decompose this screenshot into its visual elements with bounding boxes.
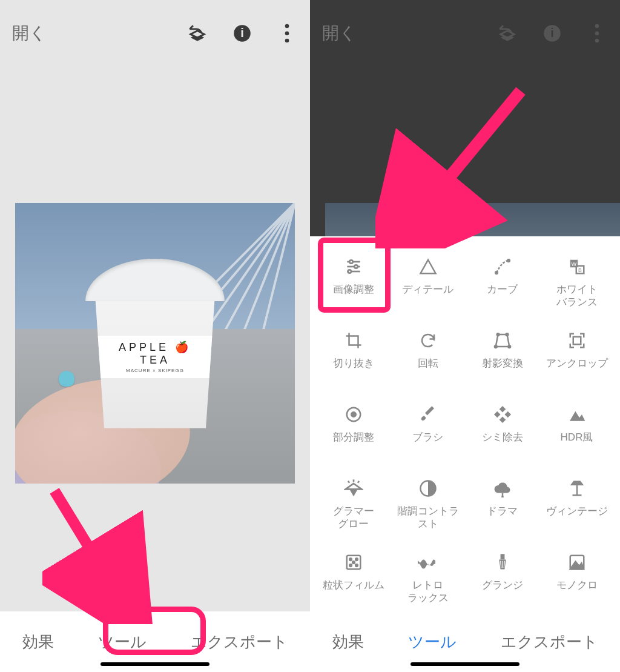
svg-point-55 [501, 496, 504, 497]
right-screen: 開く i 画像調整 ディテール カーブ WBホワイトバランス 切り抜き 回転 射… [310, 0, 620, 672]
home-indicator[interactable] [411, 662, 519, 666]
nav-export[interactable]: エクスポート [191, 631, 288, 653]
svg-marker-16 [501, 31, 515, 38]
tool-vintage[interactable]: ヴィンテージ [539, 473, 614, 534]
info-icon[interactable]: i [541, 22, 563, 44]
tool-brush[interactable]: ブラシ [391, 399, 465, 460]
tool-tune[interactable]: 画像調整 [316, 251, 391, 312]
tool-crop[interactable]: 切り抜き [316, 325, 391, 386]
curve-icon [493, 256, 512, 277]
open-button[interactable]: 開く [322, 22, 496, 45]
svg-point-20 [595, 32, 599, 36]
tool-label: 切り抜き [333, 357, 374, 370]
nav-tools[interactable]: ツール [98, 631, 147, 653]
svg-point-26 [354, 265, 357, 268]
tonal-icon [419, 478, 437, 499]
hdr-icon [567, 404, 587, 425]
tool-grunge[interactable]: グランジ [465, 547, 539, 608]
svg-point-5 [285, 32, 289, 36]
svg-point-63 [355, 564, 358, 567]
left-screen: 開く i APPLE 🍎 TEA MACURE × SKIPEGG [0, 0, 310, 672]
rotate-icon [419, 330, 437, 351]
vintage-icon [568, 478, 586, 499]
tool-rotate[interactable]: 回転 [391, 325, 465, 386]
cup-label-title: APPLE 🍎 TEA [103, 341, 207, 367]
drama-icon [493, 478, 512, 499]
tune-icon [344, 256, 363, 277]
tool-uncrop[interactable]: アンクロップ [539, 325, 614, 386]
svg-point-27 [348, 270, 351, 273]
svg-point-37 [506, 333, 508, 336]
tool-label: 回転 [418, 357, 438, 370]
svg-point-36 [496, 333, 499, 336]
svg-point-62 [349, 564, 352, 567]
tool-grain[interactable]: 粒状フィルム [316, 547, 391, 608]
svg-rect-43 [499, 406, 506, 413]
svg-point-61 [352, 561, 355, 564]
wb-icon: WB [568, 256, 586, 277]
nav-effects[interactable]: 効果 [22, 631, 54, 653]
tool-label: レトロラックス [407, 579, 449, 605]
tool-label: アンクロップ [546, 357, 608, 370]
svg-point-42 [351, 412, 356, 417]
tool-drama[interactable]: ドラマ [465, 473, 539, 534]
tool-label: 射影変換 [482, 357, 523, 370]
header: 開く i [0, 0, 310, 67]
tool-retrolux[interactable]: レトロラックス [391, 547, 465, 608]
svg-text:W: W [571, 261, 576, 267]
perspective-icon [493, 330, 512, 351]
tool-selective[interactable]: 部分調整 [316, 399, 391, 460]
grain-icon [345, 552, 363, 573]
tool-mono[interactable]: モノクロ [539, 547, 614, 608]
photo-canvas[interactable]: APPLE 🍎 TEA MACURE × SKIPEGG [15, 203, 295, 484]
cup-image: APPLE 🍎 TEA MACURE × SKIPEGG [85, 259, 225, 428]
tool-tonal[interactable]: 階調コントラスト [391, 473, 465, 534]
tool-label: モノクロ [556, 579, 598, 591]
info-icon[interactable]: i [231, 22, 253, 44]
svg-point-19 [595, 24, 599, 28]
svg-marker-28 [420, 260, 435, 274]
tool-detail[interactable]: ディテール [391, 251, 465, 312]
svg-point-30 [507, 259, 510, 262]
svg-text:i: i [240, 26, 244, 39]
open-button[interactable]: 開く [12, 22, 186, 45]
tool-perspective[interactable]: 射影変換 [465, 325, 539, 386]
tool-label: ドラマ [487, 505, 518, 517]
more-icon[interactable] [586, 22, 608, 44]
svg-text:i: i [550, 26, 554, 39]
tool-label: 部分調整 [333, 431, 374, 444]
svg-point-38 [508, 345, 510, 348]
tool-hdr[interactable]: HDR風 [539, 399, 614, 460]
svg-rect-64 [500, 554, 504, 559]
svg-marker-47 [570, 411, 585, 421]
tool-label: HDR風 [561, 431, 593, 444]
svg-point-6 [285, 39, 289, 43]
annotation-arrow-left [42, 485, 163, 624]
svg-point-21 [595, 39, 599, 43]
svg-line-51 [348, 481, 349, 483]
svg-point-60 [355, 558, 358, 561]
tool-label: カーブ [487, 283, 518, 296]
nav-effects[interactable]: 効果 [332, 631, 364, 653]
svg-marker-1 [191, 31, 205, 38]
grunge-icon [494, 552, 511, 573]
tool-glow[interactable]: グラマーグロー [316, 473, 391, 534]
nav-tools[interactable]: ツール [408, 631, 457, 653]
more-icon[interactable] [276, 22, 298, 44]
mono-icon [568, 552, 586, 573]
home-indicator[interactable] [101, 662, 209, 666]
tool-heal[interactable]: シミ除去 [465, 399, 539, 460]
svg-rect-40 [573, 337, 581, 345]
svg-marker-69 [570, 562, 584, 570]
tool-wb[interactable]: WBホワイトバランス [539, 251, 614, 312]
layers-undo-icon[interactable] [186, 22, 208, 44]
tool-label: 階調コントラスト [397, 505, 459, 531]
svg-text:B: B [578, 267, 582, 273]
svg-line-52 [357, 481, 359, 483]
layers-undo-icon[interactable] [496, 22, 518, 44]
tool-curve[interactable]: カーブ [465, 251, 539, 312]
tool-label: ホワイトバランス [556, 283, 598, 309]
dimmed-background: 開く i [310, 0, 620, 236]
glow-icon [344, 478, 363, 499]
nav-export[interactable]: エクスポート [501, 631, 598, 653]
